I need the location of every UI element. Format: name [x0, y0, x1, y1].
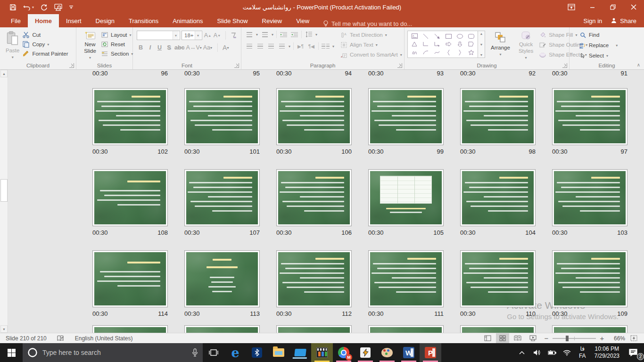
shapes-gallery[interactable]: A — [407, 31, 478, 58]
layout-button[interactable]: Layout▾ — [101, 31, 133, 39]
quick-styles-button[interactable]: Quick Styles▾ — [516, 29, 536, 62]
find-button[interactable]: Find — [579, 31, 642, 39]
customize-qat-icon[interactable] — [69, 5, 74, 9]
zoom-in-icon[interactable]: + — [599, 334, 605, 342]
underline-icon[interactable]: U — [156, 43, 164, 52]
taskbar-app-bluetooth[interactable] — [246, 343, 268, 362]
decrease-font-size-icon[interactable]: A▼ — [213, 31, 221, 40]
font-name-combo[interactable]: ▾ — [137, 31, 180, 40]
slide-thumbnail-97[interactable] — [552, 88, 627, 145]
rtl-direction-icon[interactable]: ¶◀ — [307, 43, 315, 50]
shape-rectangle-icon[interactable] — [443, 32, 454, 40]
close-icon[interactable] — [623, 0, 644, 14]
shape-oval-icon[interactable] — [454, 32, 465, 40]
tab-design[interactable]: Design — [89, 14, 122, 27]
increase-font-size-icon[interactable]: A▲ — [204, 31, 212, 40]
action-center-button[interactable]: 2 — [624, 343, 642, 362]
justify-icon[interactable] — [278, 43, 286, 50]
battery-icon[interactable] — [545, 343, 559, 362]
slide-thumbnail-102[interactable] — [92, 88, 168, 145]
tab-home[interactable]: Home — [28, 14, 59, 27]
columns-icon[interactable] — [322, 43, 330, 50]
strikethrough-icon[interactable]: abc — [174, 43, 185, 52]
undo-dropdown-icon[interactable]: ▾ — [32, 5, 34, 9]
shape-right-arrow-icon[interactable] — [443, 40, 454, 48]
hidden-icons-chevron-icon[interactable] — [515, 343, 529, 362]
taskbar-app-edge[interactable]: e — [224, 343, 246, 362]
taskbar-app-file-explorer[interactable] — [268, 343, 289, 362]
volume-icon[interactable] — [530, 343, 544, 362]
bold-icon[interactable]: B — [137, 43, 145, 52]
redo-icon[interactable] — [41, 4, 48, 11]
gallery-up-icon[interactable]: ▲ — [480, 32, 483, 35]
taskbar-app-paint[interactable] — [376, 343, 398, 362]
slide-thumbnail-112[interactable] — [276, 250, 352, 307]
shape-elbow-icon[interactable] — [420, 40, 431, 48]
replace-button[interactable]: abac Replace▾ — [579, 41, 642, 49]
tab-view[interactable]: View — [289, 14, 316, 27]
shape-left-brace-icon[interactable] — [443, 48, 454, 57]
align-right-icon[interactable] — [267, 43, 275, 50]
zoom-slider[interactable] — [553, 338, 596, 339]
tab-animations[interactable]: Animations — [165, 14, 210, 27]
reset-button[interactable]: Reset — [101, 41, 133, 48]
shape-triangle-icon[interactable] — [409, 40, 420, 48]
tab-transitions[interactable]: Transitions — [122, 14, 165, 27]
sign-in-link[interactable]: Sign in — [584, 17, 603, 25]
language-indicator[interactable]: English (United States) — [75, 335, 133, 342]
taskbar-app-winamp[interactable] — [355, 343, 376, 362]
slide-thumbnail-partial[interactable] — [552, 325, 627, 333]
change-case-icon[interactable]: Aa▾ — [203, 43, 212, 52]
scroll-up-icon[interactable]: ▲ — [0, 70, 8, 77]
microphone-icon[interactable] — [192, 348, 198, 357]
slide-thumbnail-103[interactable] — [552, 169, 627, 226]
taskbar-app-word[interactable]: W — [398, 343, 420, 362]
shape-down-arrow-icon[interactable] — [454, 40, 465, 48]
slide-thumbnail-partial[interactable] — [276, 325, 352, 333]
slide-thumbnail-100[interactable] — [276, 88, 352, 145]
save-icon[interactable] — [9, 4, 17, 11]
wifi-icon[interactable] — [560, 343, 574, 362]
align-left-icon[interactable] — [245, 43, 253, 50]
shape-arrow-icon[interactable] — [431, 32, 443, 40]
shape-textbox-icon[interactable]: A — [409, 32, 420, 40]
tab-slide-show[interactable]: Slide Show — [210, 14, 255, 27]
slide-thumbnail-106[interactable] — [276, 169, 352, 226]
shapes-gallery-scroll[interactable]: ▲ ▼ ▼ — [478, 31, 485, 58]
slide-thumbnail-partial[interactable] — [184, 325, 260, 333]
font-size-combo[interactable]: 18+▾ — [182, 31, 202, 40]
slide-thumbnail-104[interactable] — [460, 169, 536, 226]
tab-review[interactable]: Review — [255, 14, 289, 27]
format-painter-button[interactable]: Format Painter — [22, 50, 68, 58]
slide-thumbnail-partial[interactable] — [92, 325, 168, 333]
tab-file[interactable]: File — [4, 14, 28, 27]
language-switcher[interactable]: فا FA — [575, 346, 590, 360]
line-spacing-icon[interactable] — [305, 31, 313, 38]
collapse-ribbon-icon[interactable]: ∧ — [637, 62, 640, 67]
tell-me-box[interactable]: Tell me what you want to do... — [316, 20, 419, 27]
drawing-dialog-launcher[interactable] — [562, 63, 567, 68]
shape-rounded-rectangle-icon[interactable] — [465, 32, 477, 40]
zoom-slider-thumb[interactable] — [566, 336, 569, 341]
slide-thumbnail-105[interactable] — [368, 169, 444, 226]
shape-scribble-icon[interactable] — [409, 48, 420, 57]
cut-button[interactable]: Cut — [22, 31, 68, 39]
decrease-indent-icon[interactable] — [280, 31, 288, 38]
numbering-icon[interactable] — [261, 31, 269, 38]
section-button[interactable]: Section▾ — [101, 50, 133, 58]
shape-curve-icon[interactable] — [431, 48, 443, 57]
shape-line-icon[interactable] — [420, 32, 431, 40]
slide-thumbnail-partial[interactable] — [460, 325, 536, 333]
taskbar-app-chrome[interactable]: M — [333, 343, 355, 362]
ltr-direction-icon[interactable]: ▶¶ — [297, 43, 305, 50]
undo-button[interactable]: ▾ — [23, 4, 34, 10]
ribbon-display-options-icon[interactable] — [561, 0, 582, 14]
clipboard-dialog-launcher[interactable] — [69, 63, 74, 68]
paragraph-dialog-launcher[interactable] — [397, 63, 402, 68]
reading-view-icon[interactable] — [511, 333, 524, 343]
align-center-icon[interactable] — [256, 43, 264, 50]
minimize-icon[interactable] — [582, 0, 603, 14]
bullets-icon[interactable] — [245, 31, 253, 38]
copy-button[interactable]: Copy▾ — [22, 41, 68, 48]
character-spacing-icon[interactable]: A↔V▾ — [186, 43, 202, 52]
